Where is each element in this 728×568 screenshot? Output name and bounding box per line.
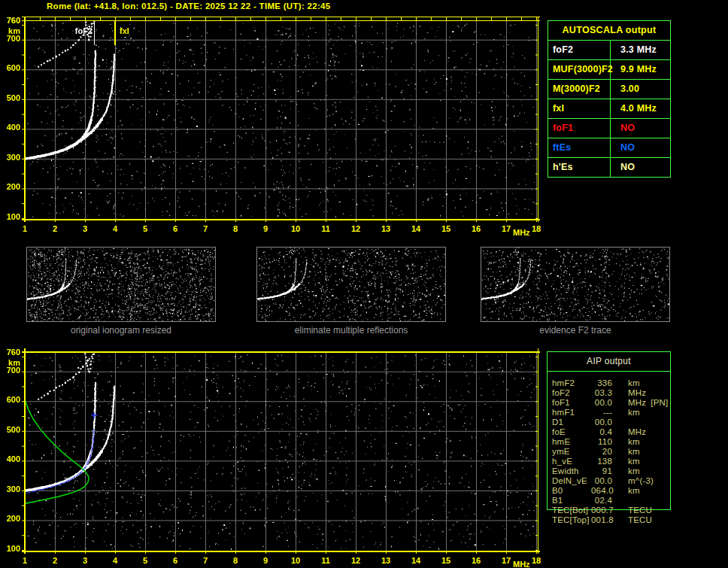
aip-param-unit: MHz	[612, 427, 669, 437]
x-tick-label: 16	[469, 556, 483, 565]
x-tick-label: 8	[229, 556, 242, 565]
x-tick-label: 17	[499, 556, 513, 565]
x-tick-label: 1	[18, 556, 32, 565]
aip-param-unit: km	[612, 437, 669, 447]
aip-param-name: foE	[552, 427, 591, 437]
y-tick-label: 400	[1, 454, 20, 463]
param-label: foF2	[548, 41, 611, 59]
x-tick-label: 7	[199, 224, 212, 233]
x-tick-label: 5	[138, 224, 152, 233]
x-tick-label: 6	[168, 556, 182, 565]
x-tick-label: 2	[48, 224, 62, 233]
thumbnail-eliminate-reflections-canvas	[256, 247, 446, 322]
y-tick-label: 300	[1, 484, 20, 494]
bottom-ionogram-plot: 760700600500400300200100km12345678910111…	[22, 348, 540, 554]
top-ionogram-plot: 760700600500400300200100km12345678910111…	[22, 17, 540, 222]
x-tick-label: 11	[319, 224, 332, 233]
top-ionogram-canvas	[22, 17, 540, 222]
x-tick-label: 15	[439, 224, 453, 233]
aip-table-row: hmF1---km	[552, 408, 669, 418]
x-tick-label: 9	[259, 556, 272, 565]
aip-param-unit: km	[612, 447, 669, 457]
y-tick-label: 600	[1, 63, 20, 72]
thumbnail-caption: eliminate multiple reflections	[256, 325, 446, 336]
autoscala-table-row: ftEsNO	[548, 138, 670, 157]
bottom-ionogram-canvas	[22, 348, 540, 554]
autoscala-table: AUTOSCALA output foF23.3 MHzMUF(3000)F29…	[548, 20, 671, 178]
aip-table-row: h_vE138km	[552, 457, 669, 466]
param-label: ftEs	[548, 138, 611, 157]
aip-table-title: AIP output	[548, 352, 670, 372]
aip-param-name: B1	[552, 496, 591, 506]
aip-table-row: ymE20km	[552, 447, 669, 457]
aip-param-unit: TECU	[612, 515, 669, 525]
x-tick-label: 8	[229, 224, 242, 233]
param-value: 9.9 MHz	[611, 60, 670, 79]
x-tick-label: 10	[289, 556, 302, 565]
aip-param-name: hmF2	[552, 378, 591, 388]
aip-table-row: foE0.4MHz	[552, 427, 669, 437]
aip-param-name: foF2	[552, 388, 591, 398]
autoscala-screen: Rome (lat: +41.8, lon: 012.5) - DATE: 20…	[0, 0, 728, 568]
aip-param-name: foF1	[552, 398, 591, 408]
autoscala-table-row: M(3000)F23.00	[548, 79, 670, 99]
aip-param-unit: MHz[PN]	[612, 398, 669, 408]
aip-table-row: Ewidth91km	[552, 466, 669, 476]
x-tick-label: 10	[289, 224, 302, 233]
x-axis-unit: MHz	[513, 560, 530, 568]
thumbnail-f2-trace: evidence F2 trace	[481, 247, 670, 322]
x-tick-label: 16	[469, 224, 483, 233]
aip-table-row: B0064.0km	[552, 486, 669, 496]
aip-table-row: foF203.3MHz	[552, 388, 669, 398]
fof2-marker-label: foF2	[65, 26, 93, 35]
aip-param-value: 00.0	[591, 398, 612, 408]
thumbnail-caption: original ionogram resized	[26, 325, 216, 336]
aip-param-value: 00.0	[591, 476, 612, 486]
param-value: 4.0 MHz	[611, 99, 670, 118]
aip-param-name: h_vE	[552, 457, 591, 466]
aip-param-value: ---	[591, 408, 612, 418]
y-tick-label: 400	[1, 123, 20, 132]
aip-param-value: 00.0	[591, 418, 612, 427]
x-tick-label: 13	[379, 224, 393, 233]
x-tick-label: 11	[319, 556, 332, 565]
aip-param-name: TEC[Top]	[552, 515, 591, 525]
aip-param-value: 336	[591, 378, 612, 388]
aip-table-row: foF100.0MHz[PN]	[552, 398, 669, 408]
thumbnail-eliminate-reflections: eliminate multiple reflections	[256, 247, 446, 322]
aip-param-unit: km	[612, 408, 669, 418]
aip-param-unit: km	[612, 378, 669, 388]
x-tick-label: 12	[349, 224, 362, 233]
aip-param-value: 20	[591, 447, 612, 457]
param-value: NO	[611, 119, 670, 138]
aip-param-name: hmF1	[552, 408, 591, 418]
aip-param-unit	[612, 496, 669, 506]
aip-table-row: DelN_vE00.0m^(-3)	[552, 476, 669, 486]
y-tick-label: 500	[1, 93, 20, 102]
autoscala-table-row: fxI4.0 MHz	[548, 99, 670, 118]
param-label: M(3000)F2	[548, 80, 611, 99]
aip-param-name: hmE	[552, 437, 591, 447]
x-tick-label: 17	[499, 224, 513, 233]
x-axis-unit: MHz	[513, 228, 530, 237]
aip-param-value: 02.4	[591, 496, 612, 506]
thumbnail-original: original ionogram resized	[26, 247, 216, 322]
fxi-marker-label: fxI	[120, 26, 129, 35]
aip-table-row: B102.4	[552, 496, 669, 506]
autoscala-table-row: foF1NO	[548, 118, 670, 138]
param-label: foF1	[548, 119, 611, 138]
x-tick-label: 9	[259, 224, 272, 233]
x-tick-label: 4	[108, 556, 122, 565]
aip-param-name: D1	[552, 418, 591, 427]
y-tick-label: 500	[1, 425, 20, 434]
aip-param-value: 001.8	[591, 515, 612, 525]
aip-param-unit	[612, 418, 669, 427]
x-tick-label: 14	[409, 556, 423, 565]
x-tick-label: 4	[108, 224, 122, 233]
aip-param-note: [PN]	[651, 398, 668, 407]
y-axis-unit: km	[1, 358, 20, 367]
aip-table-row: D100.0	[552, 418, 669, 427]
aip-param-value: 000.7	[591, 506, 612, 515]
x-tick-label: 5	[138, 556, 152, 565]
aip-param-unit: MHz	[612, 388, 669, 398]
